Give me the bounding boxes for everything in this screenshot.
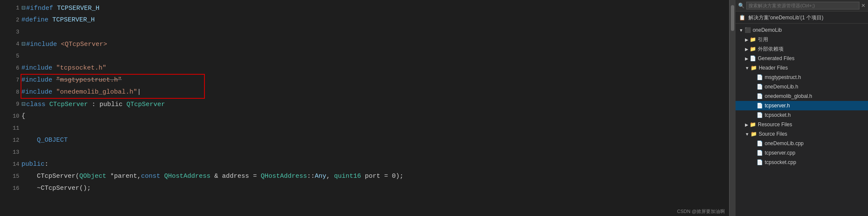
- line-number: 9: [4, 101, 19, 107]
- line-number: 13: [4, 149, 19, 155]
- code-line: 5: [0, 50, 729, 62]
- line-number: 8: [4, 89, 19, 95]
- close-icon[interactable]: ✕: [861, 3, 865, 9]
- code-line: 4⊟#include <QTcpServer>: [0, 38, 729, 50]
- line-content: {: [21, 113, 25, 120]
- tree-item-label: Source Files: [759, 131, 787, 137]
- line-content: #include "tcpsocket.h": [21, 64, 106, 72]
- folder-icon: 📁: [751, 65, 757, 71]
- tree-item-tcpsocketh[interactable]: 📄tcpsocket.h: [736, 110, 868, 120]
- code-line: 9⊟class CTcpServer : public QTcpServer: [0, 98, 729, 110]
- code-container: 1⊟#ifndef TCPSERVER_H2#define TCPSERVER_…: [0, 0, 729, 216]
- tree-item-oneDemoLibh[interactable]: 📄oneDemoLib.h: [736, 82, 868, 91]
- status-text: CSDN @掀屏要加油啊: [677, 209, 725, 214]
- line-number: 14: [4, 161, 19, 167]
- tree-item-[interactable]: ▶📁引用: [736, 35, 868, 44]
- tree-arrow-icon: ▶: [745, 47, 748, 52]
- tree-arrow-icon: ▶: [745, 56, 748, 61]
- folder-icon: 📁: [750, 37, 756, 43]
- scrollbar[interactable]: [729, 0, 735, 216]
- line-number: 2: [4, 17, 19, 23]
- search-input[interactable]: [746, 2, 859, 9]
- tree-item-label: oneDemoLib: [753, 27, 782, 33]
- tree-item-tcpserverh[interactable]: 📄tcpserver.h: [736, 101, 868, 110]
- tree-item-label: msgtypestruct.h: [765, 74, 801, 80]
- tree-item-label: tcpserver.cpp: [765, 150, 795, 156]
- tree-item-[interactable]: ▶📁外部依赖项: [736, 44, 868, 54]
- code-line: 7#include "msgtypestruct.h": [0, 74, 729, 86]
- file-cpp-icon: 📄: [757, 159, 763, 165]
- file-cpp-icon: 📄: [757, 140, 763, 146]
- tree-item-label: Header Files: [759, 65, 788, 71]
- tree-item-onedemolibglobalh[interactable]: 📄onedemolib_global.h: [736, 91, 868, 101]
- line-content: #include "onedemolib_global.h"|: [21, 88, 141, 96]
- line-number: 11: [4, 125, 19, 131]
- file-h-icon: 📄: [757, 84, 763, 90]
- line-number: 7: [4, 77, 19, 83]
- line-number: 12: [4, 137, 19, 143]
- code-line: 6#include "tcpsocket.h": [0, 62, 729, 74]
- line-content: public:: [21, 161, 48, 168]
- line-number: 16: [4, 185, 19, 192]
- solution-explorer: 🔍 ✕ 📋 解决方案'oneDemoLib'(1 个项目) ▼⬛oneDemoL…: [735, 0, 868, 216]
- line-number: 6: [4, 65, 19, 71]
- line-content: ⊟#include <QTcpServer>: [21, 40, 107, 48]
- line-number: 10: [4, 113, 19, 119]
- file-h-icon: 📄: [757, 103, 763, 109]
- solution-icon: 📋: [739, 15, 745, 21]
- search-icon: 🔍: [738, 3, 745, 9]
- solution-title: 📋 解决方案'oneDemoLib'(1 个项目): [736, 12, 868, 24]
- tree-item-label: Resource Files: [758, 122, 792, 128]
- tree-item-label: Generated Files: [758, 55, 794, 61]
- tree-item-label: 引用: [758, 36, 768, 43]
- line-content: ~CTcpServer();: [21, 185, 91, 192]
- line-number: 15: [4, 173, 19, 179]
- status-bar: CSDN @掀屏要加油啊: [673, 207, 729, 216]
- file-cpp-icon: 📄: [757, 150, 763, 156]
- tree-item-Generated-Files[interactable]: ▶📄Generated Files: [736, 54, 868, 63]
- tree-item-label: oneDemoLib.cpp: [765, 140, 804, 146]
- line-content: ⊟class CTcpServer : public QTcpServer: [21, 100, 165, 108]
- tree-item-Header-Files[interactable]: ▼📁Header Files: [736, 63, 868, 73]
- tree-arrow-icon: ▶: [745, 122, 748, 127]
- line-content: CTcpServer(QObject *parent,const QHostAd…: [21, 173, 403, 180]
- tree-item-oneDemoLibcpp[interactable]: 📄oneDemoLib.cpp: [736, 139, 868, 148]
- tree-item-oneDemoLib[interactable]: ▼⬛oneDemoLib: [736, 25, 868, 35]
- code-line: 16 ~CTcpServer();: [0, 182, 729, 194]
- code-line: 12 Q_OBJECT: [0, 134, 729, 146]
- folder-icon: 📁: [750, 122, 756, 128]
- code-line: 10{: [0, 110, 729, 122]
- scroll-thumb[interactable]: [731, 5, 734, 31]
- tree-item-Source-Files[interactable]: ▼📁Source Files: [736, 129, 868, 139]
- code-content: 1⊟#ifndef TCPSERVER_H2#define TCPSERVER_…: [0, 0, 729, 194]
- code-line: 14public:: [0, 158, 729, 170]
- line-number: 3: [4, 29, 19, 35]
- code-line: 11: [0, 122, 729, 134]
- line-number: 4: [4, 41, 19, 47]
- tree-item-tcpsocketcpp[interactable]: 📄tcpsocket.cpp: [736, 158, 868, 167]
- line-content: #define TCPSERVER_H: [21, 16, 95, 24]
- tree-arrow-icon: ▼: [745, 66, 749, 70]
- tree-item-tcpservercpp[interactable]: 📄tcpserver.cpp: [736, 148, 868, 158]
- tree-area: ▼⬛oneDemoLib▶📁引用▶📁外部依赖项▶📄Generated Files…: [736, 24, 868, 216]
- code-line: 13: [0, 146, 729, 158]
- code-line: 1⊟#ifndef TCPSERVER_H: [0, 2, 729, 14]
- line-content: #include "msgtypestruct.h": [21, 76, 122, 84]
- code-line: 3: [0, 26, 729, 38]
- tree-item-label: onedemolib_global.h: [765, 93, 812, 99]
- folder-icon: 📁: [751, 131, 757, 137]
- sidebar-search-bar[interactable]: 🔍 ✕: [736, 0, 868, 12]
- tree-item-label: tcpsocket.h: [765, 112, 791, 118]
- file-h-icon: 📄: [757, 74, 763, 80]
- tree-arrow-icon: ▶: [745, 37, 748, 42]
- tree-item-label: tcpsocket.cpp: [765, 159, 796, 165]
- file-h-icon: 📄: [757, 93, 763, 99]
- line-content: ⊟#ifndef TCPSERVER_H: [21, 4, 99, 12]
- line-number: 5: [4, 53, 19, 59]
- tree-item-msgtypestructh[interactable]: 📄msgtypestruct.h: [736, 73, 868, 82]
- tree-arrow-icon: ▼: [739, 28, 743, 33]
- code-line: 8#include "onedemolib_global.h"|: [0, 86, 729, 98]
- line-content: Q_OBJECT: [21, 137, 68, 144]
- tree-item-Resource-Files[interactable]: ▶📁Resource Files: [736, 120, 868, 129]
- file-h-icon: 📄: [757, 112, 763, 118]
